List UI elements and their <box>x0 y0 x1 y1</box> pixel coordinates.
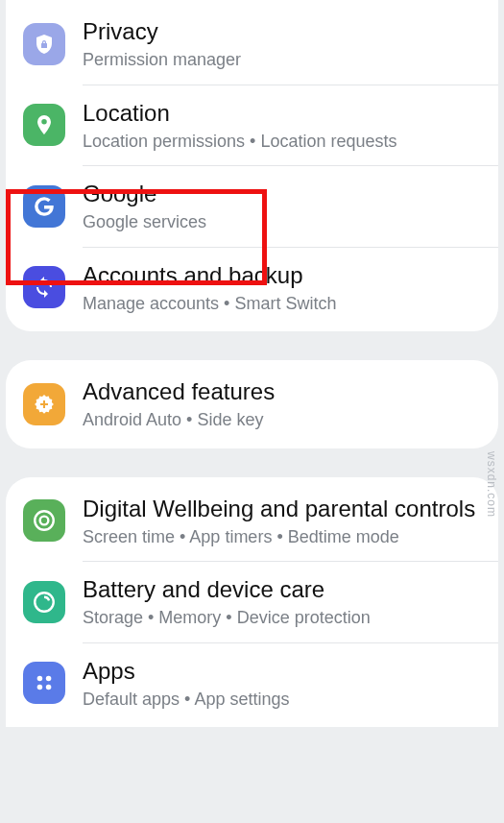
settings-item-subtitle: Screen time • App timers • Bedtime mode <box>83 526 481 548</box>
settings-item-title: Battery and device care <box>83 575 481 604</box>
wellbeing-circle-icon <box>23 499 65 542</box>
settings-item-apps[interactable]: Apps Default apps • App settings <box>6 643 498 724</box>
device-care-icon <box>23 581 65 623</box>
settings-item-text: Apps Default apps • App settings <box>83 657 481 711</box>
location-pin-icon <box>23 104 65 146</box>
settings-item-text: Privacy Permission manager <box>83 17 481 71</box>
settings-item-title: Privacy <box>83 17 481 46</box>
settings-item-subtitle: Storage • Memory • Device protection <box>83 607 481 629</box>
svg-point-5 <box>37 685 43 690</box>
svg-point-3 <box>37 676 43 682</box>
settings-item-accounts[interactable]: Accounts and backup Manage accounts • Sm… <box>6 248 498 328</box>
apps-grid-icon <box>23 662 65 704</box>
svg-point-6 <box>46 685 52 690</box>
sync-arrows-icon <box>23 266 65 308</box>
settings-item-title: Accounts and backup <box>83 261 481 290</box>
google-g-icon <box>23 185 65 228</box>
settings-item-subtitle: Location permissions • Location requests <box>83 131 481 153</box>
settings-item-text: Location Location permissions • Location… <box>83 99 481 153</box>
settings-item-privacy[interactable]: Privacy Permission manager <box>6 4 498 85</box>
settings-group-3: Digital Wellbeing and parental controls … <box>6 477 498 728</box>
settings-item-text: Digital Wellbeing and parental controls … <box>83 495 481 548</box>
settings-item-title: Digital Wellbeing and parental controls <box>83 495 481 523</box>
svg-point-2 <box>35 593 54 612</box>
settings-item-text: Accounts and backup Manage accounts • Sm… <box>83 261 481 315</box>
settings-item-title: Google <box>83 180 481 208</box>
settings-item-subtitle: Default apps • App settings <box>83 689 481 711</box>
settings-item-subtitle: Google services <box>83 211 481 233</box>
settings-item-google[interactable]: Google Google services <box>6 166 498 247</box>
settings-item-title: Location <box>83 99 481 128</box>
settings-item-location[interactable]: Location Location permissions • Location… <box>6 85 498 166</box>
settings-group-2: Advanced features Android Auto • Side ke… <box>6 360 498 448</box>
settings-item-subtitle: Android Auto • Side key <box>83 409 481 431</box>
svg-point-1 <box>40 517 49 525</box>
settings-item-battery[interactable]: Battery and device care Storage • Memory… <box>6 562 498 642</box>
shield-lock-icon <box>23 23 65 65</box>
settings-item-subtitle: Permission manager <box>83 49 481 71</box>
settings-item-title: Advanced features <box>83 377 481 406</box>
svg-point-4 <box>46 676 52 682</box>
settings-item-text: Battery and device care Storage • Memory… <box>83 575 481 629</box>
svg-point-0 <box>35 512 54 531</box>
settings-screen: Privacy Permission manager Location Loca… <box>0 0 504 823</box>
settings-item-advanced[interactable]: Advanced features Android Auto • Side ke… <box>6 364 498 445</box>
settings-item-text: Google Google services <box>83 180 481 233</box>
settings-group-1: Privacy Permission manager Location Loca… <box>6 0 498 331</box>
plus-badge-icon <box>23 383 65 425</box>
settings-item-wellbeing[interactable]: Digital Wellbeing and parental controls … <box>6 481 498 562</box>
settings-item-text: Advanced features Android Auto • Side ke… <box>83 377 481 431</box>
watermark: wsxdn.com <box>485 451 498 518</box>
settings-item-title: Apps <box>83 657 481 686</box>
settings-item-subtitle: Manage accounts • Smart Switch <box>83 293 481 315</box>
